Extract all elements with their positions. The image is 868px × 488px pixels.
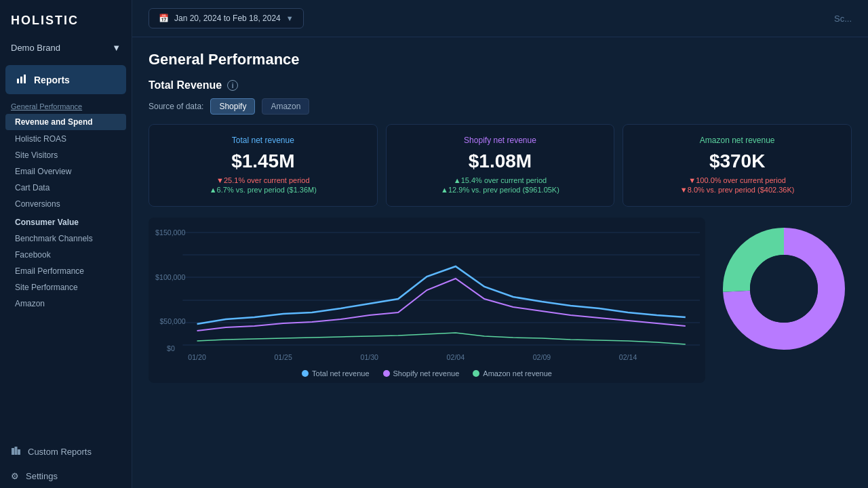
donut-svg (719, 224, 848, 353)
svg-text:01/30: 01/30 (361, 354, 379, 361)
svg-text:01/25: 01/25 (274, 354, 292, 361)
metric-cards: Total net revenue $1.45M ▼25.1% over cur… (149, 124, 852, 207)
chart-area: $150,000 $100,000 $50,000 $0 01/20 01/25… (149, 218, 852, 383)
svg-rect-5 (18, 449, 20, 455)
metric-card-shopify-change2: ▲12.9% vs. prev period ($961.05K) (397, 186, 604, 194)
metric-card-amazon-title: Amazon net revenue (634, 136, 840, 145)
sidebar: HOLISTIC Demo Brand ▼ Reports General Pe… (0, 0, 132, 488)
bar-chart-icon (16, 73, 27, 86)
info-icon[interactable]: i (227, 80, 238, 91)
sidebar-item-email-overview[interactable]: Email Overview (0, 163, 132, 180)
metric-card-total-change1: ▼25.1% over current period (160, 176, 366, 184)
metric-card-shopify-change1: ▲15.4% over current period (397, 176, 604, 184)
sidebar-item-benchmark-channels[interactable]: Benchmark Channels (0, 230, 132, 247)
metric-card-total-value: $1.45M (160, 150, 366, 172)
sidebar-item-reports[interactable]: Reports (5, 65, 126, 94)
settings-label: Settings (26, 471, 58, 481)
legend-dot-amazon (473, 370, 479, 377)
date-range-label: Jan 20, 2024 to Feb 18, 2024 (174, 14, 281, 23)
metric-card-amazon-value: $370K (634, 150, 840, 172)
svg-rect-0 (17, 79, 19, 83)
sidebar-item-site-visitors[interactable]: Site Visitors (0, 147, 132, 163)
sidebar-item-cart-data[interactable]: Cart Data (0, 180, 132, 196)
sidebar-item-custom-reports[interactable]: Custom Reports (0, 439, 132, 464)
line-chart: $150,000 $100,000 $50,000 $0 01/20 01/25… (149, 218, 705, 383)
svg-text:01/20: 01/20 (188, 354, 206, 361)
sidebar-item-settings[interactable]: ⚙ Settings (0, 464, 132, 488)
custom-reports-icon (11, 445, 21, 458)
section-title: Total Revenue i (149, 79, 852, 92)
topbar: 📅 Jan 20, 2024 to Feb 18, 2024 ▼ Sc... (132, 0, 868, 37)
legend-dot-total (302, 370, 309, 377)
chart-svg: $150,000 $100,000 $50,000 $0 01/20 01/25… (154, 226, 700, 361)
brand-selector[interactable]: Demo Brand ▼ (0, 37, 132, 64)
sidebar-item-conversions[interactable]: Conversions (0, 196, 132, 212)
custom-reports-label: Custom Reports (28, 447, 92, 457)
svg-rect-4 (15, 447, 18, 455)
sidebar-item-amazon[interactable]: Amazon (0, 296, 132, 312)
gear-icon: ⚙ (11, 471, 19, 481)
metric-card-amazon-change2: ▼8.0% vs. prev period ($402.36K) (634, 186, 840, 194)
sidebar-item-consumer-value[interactable]: Consumer Value (0, 212, 132, 230)
sidebar-item-site-performance[interactable]: Site Performance (0, 279, 132, 296)
main-content: 📅 Jan 20, 2024 to Feb 18, 2024 ▼ Sc... G… (132, 0, 868, 488)
metric-card-amazon-change1: ▼100.0% over current period (634, 176, 840, 184)
metric-card-total-change2: ▲6.7% vs. prev period ($1.36M) (160, 186, 366, 194)
legend-label-total: Total net revenue (312, 369, 369, 378)
sidebar-item-email-performance[interactable]: Email Performance (0, 263, 132, 279)
page-content: General Performance Total Revenue i Sour… (132, 37, 868, 488)
sidebar-item-holistic-roas[interactable]: Holistic ROAS (0, 131, 132, 147)
svg-text:02/14: 02/14 (619, 354, 637, 361)
svg-text:02/04: 02/04 (447, 354, 465, 361)
search-placeholder: Sc... (834, 14, 852, 24)
page-title: General Performance (149, 51, 852, 68)
legend-label-shopify: Shopify net revenue (393, 369, 460, 378)
svg-text:$50,000: $50,000 (159, 318, 186, 325)
svg-rect-1 (20, 77, 22, 83)
chevron-down-icon: ▼ (286, 14, 294, 22)
chevron-down-icon: ▼ (112, 43, 121, 53)
metric-card-shopify-value: $1.08M (397, 150, 604, 172)
source-amazon-button[interactable]: Amazon (262, 98, 309, 115)
legend-total: Total net revenue (302, 369, 369, 378)
source-shopify-button[interactable]: Shopify (210, 98, 255, 115)
svg-rect-3 (12, 448, 14, 455)
metric-card-total: Total net revenue $1.45M ▼25.1% over cur… (149, 124, 378, 207)
general-performance-section: General Performance (0, 96, 132, 113)
sidebar-item-revenue-and-spend[interactable]: Revenue and Spend (5, 114, 126, 130)
calendar-icon: 📅 (159, 14, 169, 23)
svg-text:$150,000: $150,000 (155, 229, 185, 237)
svg-text:$100,000: $100,000 (155, 274, 185, 281)
sidebar-bottom: Custom Reports ⚙ Settings (0, 439, 132, 488)
metric-card-amazon: Amazon net revenue $370K ▼100.0% over cu… (623, 124, 852, 207)
chart-legend: Total net revenue Shopify net revenue Am… (154, 369, 700, 378)
sidebar-item-facebook[interactable]: Facebook (0, 247, 132, 263)
metric-card-total-title: Total net revenue (160, 136, 366, 145)
source-row: Source of data: Shopify Amazon (149, 98, 852, 115)
legend-shopify: Shopify net revenue (383, 369, 460, 378)
metric-card-shopify-title: Shopify net revenue (397, 136, 604, 145)
svg-text:$0: $0 (167, 345, 175, 352)
legend-dot-shopify (383, 370, 390, 377)
legend-label-amazon: Amazon net revenue (483, 369, 552, 378)
brand-name: Demo Brand (11, 43, 60, 53)
metric-card-shopify: Shopify net revenue $1.08M ▲15.4% over c… (386, 124, 615, 207)
svg-rect-2 (24, 75, 26, 83)
donut-chart (716, 218, 852, 353)
app-logo: HOLISTIC (0, 0, 132, 37)
svg-text:02/09: 02/09 (533, 354, 551, 361)
source-label: Source of data: (149, 102, 203, 111)
legend-amazon: Amazon net revenue (473, 369, 552, 378)
date-picker[interactable]: 📅 Jan 20, 2024 to Feb 18, 2024 ▼ (149, 8, 304, 28)
svg-point-24 (750, 255, 818, 323)
reports-label: Reports (34, 75, 70, 85)
